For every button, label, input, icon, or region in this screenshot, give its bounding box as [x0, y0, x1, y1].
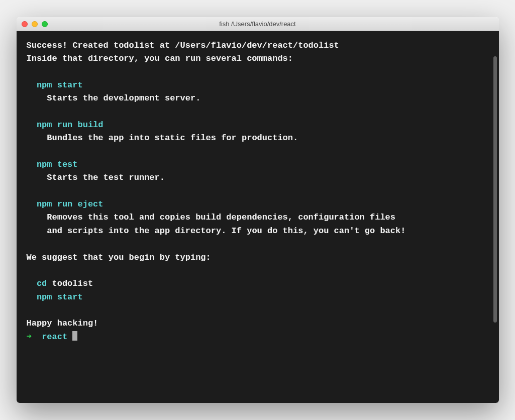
command-name: npm start	[37, 80, 83, 90]
command-name: npm test	[37, 160, 78, 169]
suggested-cd: cd todolist	[27, 277, 489, 290]
traffic-lights	[22, 21, 48, 27]
blank-line	[27, 145, 489, 158]
command-desc: Starts the test runner.	[27, 171, 489, 184]
prompt-arrow-icon: ➜	[27, 332, 32, 342]
blank-line	[27, 238, 489, 251]
command-desc: and scripts into the app directory. If y…	[27, 225, 489, 238]
command-name: npm run build	[37, 120, 104, 130]
maximize-button[interactable]	[42, 21, 48, 27]
output-inside: Inside that directory, you can run sever…	[27, 52, 489, 65]
blank-line	[27, 185, 489, 198]
terminal-window: fish /Users/flavio/dev/react Success! Cr…	[17, 17, 499, 403]
cd-command: cd	[37, 279, 47, 288]
command-block: npm run build	[27, 119, 489, 132]
cursor-icon	[72, 331, 77, 341]
close-button[interactable]	[22, 21, 28, 27]
command-block: npm test	[27, 158, 489, 171]
command-block: npm start	[27, 79, 489, 92]
command-desc: Bundles the app into static files for pr…	[27, 132, 489, 145]
output-success: Success! Created todolist at /Users/flav…	[27, 39, 489, 52]
output-suggest: We suggest that you begin by typing:	[27, 251, 489, 264]
scrollbar[interactable]	[493, 56, 497, 323]
blank-line	[27, 106, 489, 119]
terminal-body[interactable]: Success! Created todolist at /Users/flav…	[17, 31, 499, 403]
command-block: npm run eject	[27, 198, 489, 211]
cd-arg: todolist	[52, 279, 93, 288]
suggested-start: npm start	[27, 291, 489, 304]
minimize-button[interactable]	[32, 21, 38, 27]
blank-line	[27, 264, 489, 277]
command-name: npm run eject	[37, 199, 104, 209]
start-command: npm start	[37, 292, 83, 302]
command-desc: Starts the development server.	[27, 92, 489, 105]
window-title: fish /Users/flavio/dev/react	[22, 20, 494, 28]
blank-line	[27, 66, 489, 79]
titlebar[interactable]: fish /Users/flavio/dev/react	[17, 17, 499, 31]
command-desc: Removes this tool and copies build depen…	[27, 211, 489, 224]
prompt-line[interactable]: ➜ react	[27, 331, 489, 344]
output-happy: Happy hacking!	[27, 317, 489, 330]
blank-line	[27, 304, 489, 317]
prompt-cwd: react	[42, 332, 67, 342]
